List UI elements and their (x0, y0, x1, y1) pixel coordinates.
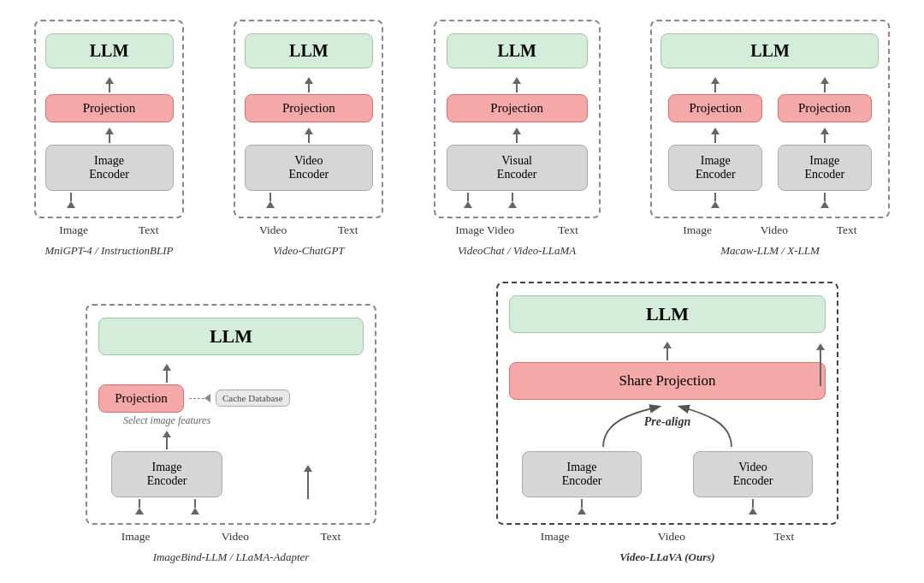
right-col-macaw: Projection ImageEncoder (778, 75, 872, 208)
arrow-image-vllava (578, 499, 586, 513)
llm-vllava: LLM (509, 295, 826, 333)
caption-ib: ImageBind-LLM / LLaMA-Adapter (153, 550, 310, 564)
arrow1-vchatgpt (305, 77, 313, 92)
encoder-minigpt4: ImageEncoder (45, 145, 174, 191)
arrow2-vchatgpt (305, 128, 313, 143)
text-arrow-vllava (816, 343, 825, 386)
encoder-vchatgpt: VideoEncoder (245, 145, 373, 191)
arrow-input-macaw-r (820, 193, 829, 206)
llm-videochat: LLM (447, 33, 588, 68)
arrow2-vc (512, 128, 521, 143)
arrow-enc-proj-ib (163, 431, 171, 449)
encoder-vc: VisualEncoder (447, 145, 588, 191)
arrow2-macaw-r (820, 128, 829, 143)
arrow-enc-proj-minigpt4 (105, 128, 114, 143)
box-minigpt4: LLM Projection ImageEncoder (34, 20, 184, 218)
arrow-video-vchatgpt (266, 193, 275, 206)
arrow-input-macaw-l (711, 193, 720, 206)
caption-vchatgpt: Video-ChatGPT (273, 244, 345, 258)
caption-minigpt4: MniGPT-4 / InstructionBLIP (45, 244, 174, 258)
llm-minigpt4: LLM (45, 33, 174, 68)
encoder-row-vllava: ImageEncoder VideoEncoder (509, 451, 826, 515)
box-macaw: LLM Projection (650, 20, 890, 218)
encoder-video-vllava: VideoEncoder (693, 451, 813, 497)
arrow-image-vc (464, 193, 472, 206)
top-row: LLM Projection ImageEncoder (34, 20, 890, 258)
box-imagebind: LLM Projection (86, 304, 376, 525)
inputs-minigpt4: Image Text (34, 223, 184, 237)
encoder1-macaw: ImageEncoder (668, 145, 762, 191)
projection-minigpt4: Projection (45, 94, 174, 122)
bottom-row: LLM Projection (34, 282, 890, 564)
left-col-macaw: Projection ImageEncoder (668, 75, 762, 208)
proj-cache-row: Projection Cache Database (98, 384, 235, 413)
pre-align-label: Pre-align (644, 415, 690, 429)
mid-row-imagebind: Projection Cache Database Select image f… (98, 362, 364, 515)
caption-macaw: Macaw-LLM / X-LLM (720, 244, 820, 258)
diagram-video-llava: LLM Share Projection (496, 282, 838, 564)
projection2-macaw: Projection (778, 94, 872, 122)
arrow-image-minigpt4 (67, 193, 75, 206)
prealign-area: Pre-align (509, 400, 826, 451)
inputs-vchatgpt: Video Text (234, 223, 383, 237)
select-label: Select image features (123, 414, 210, 427)
encoder-col-video: VideoEncoder (680, 451, 826, 515)
caption-vllava: Video-LLaVA (Ours) (619, 550, 714, 564)
diagram-video-chatgpt: LLM Projection VideoEncoder (234, 20, 383, 258)
arrow-proj-llm-minigpt4 (105, 77, 114, 92)
projection-vchatgpt: Projection (245, 94, 373, 122)
diagram-minigpt4: LLM Projection ImageEncoder (34, 20, 184, 258)
diagram-macaw: LLM Projection (650, 20, 890, 258)
left-col-imagebind: Projection Cache Database Select image f… (98, 362, 235, 515)
arrow-share-llm (509, 342, 826, 360)
arrow1-macaw-l (711, 77, 720, 92)
box-video-chatgpt: LLM Projection VideoEncoder (234, 20, 383, 218)
main-container: LLM Projection ImageEncoder (17, 11, 907, 573)
inputs-vc: Image Video Text (434, 223, 601, 237)
proj-row-macaw: Projection ImageEncoder (660, 75, 879, 208)
inputs-macaw: Image Video Text (650, 223, 890, 237)
text-arrow-vllava-outer (816, 342, 825, 388)
llm-macaw: LLM (660, 33, 879, 68)
encoder-arrows-ib (111, 497, 222, 515)
projection-vc: Projection (447, 94, 588, 122)
encoder2-macaw: ImageEncoder (778, 145, 872, 191)
arrow1-macaw-r (820, 77, 829, 92)
arrow-video-vc (508, 193, 517, 206)
inputs-vllava: Image Video Text (496, 530, 838, 544)
cache-db: Cache Database (216, 390, 290, 407)
llm-imagebind: LLM (98, 318, 364, 355)
box-video-llava: LLM Share Projection (496, 282, 838, 525)
inputs-ib: Image Video Text (86, 530, 376, 544)
arrow2-macaw-l (711, 128, 720, 143)
box-videochat: LLM Projection VisualEncoder (434, 20, 601, 218)
projection-ib: Projection (98, 384, 184, 413)
encoder-ib: ImageEncoder (111, 451, 222, 497)
diagram-videochat: LLM Projection VisualEncoder (434, 20, 601, 258)
arrow-to-cache (189, 394, 210, 402)
text-col-ib (252, 463, 364, 515)
arrow-proj-llm-ib (163, 364, 171, 383)
caption-vc: VideoChat / Video-LLaMA (458, 244, 576, 258)
projection1-macaw: Projection (668, 94, 762, 122)
arrow1-vc (512, 77, 521, 92)
encoder-image-vllava: ImageEncoder (522, 451, 642, 497)
diagram-imagebind: LLM Projection (86, 304, 376, 564)
encoder-col-image: ImageEncoder (509, 451, 654, 515)
llm-video-chatgpt: LLM (245, 33, 373, 68)
share-projection: Share Projection (509, 362, 826, 400)
arrow-video-vllava (749, 499, 757, 513)
text-arrow-ib (304, 465, 312, 499)
